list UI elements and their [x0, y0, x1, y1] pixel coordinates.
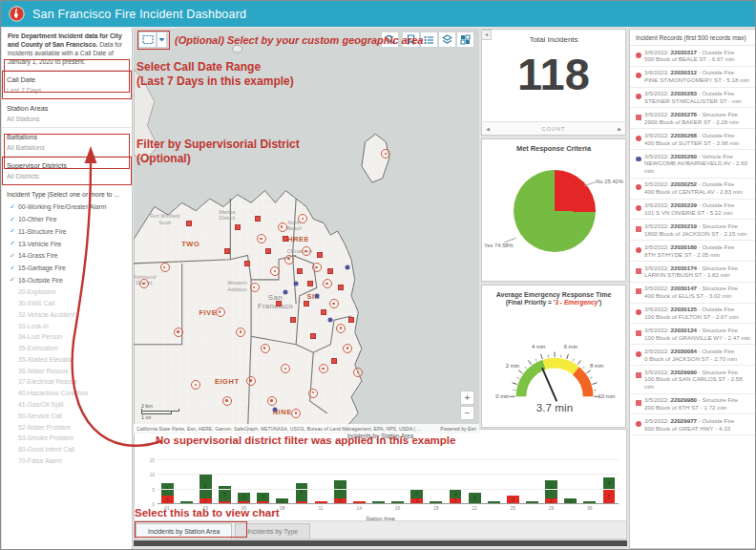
- incident-marker-diamond[interactable]: [294, 282, 299, 286]
- bar-station-9[interactable]: 62: [330, 455, 349, 504]
- incident-marker-ring[interactable]: [257, 234, 266, 243]
- zoom-in-button[interactable]: +: [460, 391, 474, 405]
- incident-marker-diamond[interactable]: [284, 289, 288, 294]
- incident-record-item[interactable]: 3/5/2022: 22030219 - Structure Fire1800 …: [630, 220, 755, 241]
- bar-station-20[interactable]: 62: [542, 455, 561, 504]
- bar-station-15[interactable]: 32: [446, 455, 465, 504]
- incident-record-item[interactable]: 3/5/2022: 22030268 - Outside Fire400 Blo…: [630, 129, 755, 150]
- incident-marker-ring[interactable]: [270, 266, 280, 276]
- incident-type-option[interactable]: 37-Electrical Rescue: [2, 376, 132, 388]
- incident-marker-square[interactable]: [297, 268, 303, 274]
- incident-type-option[interactable]: 20-Explosion: [2, 286, 132, 298]
- incident-record-item[interactable]: 3/5/2022: 22030125 - Outside Fire100 Blo…: [630, 304, 755, 325]
- incident-marker-square[interactable]: [317, 252, 323, 258]
- incident-marker-diamond[interactable]: [273, 407, 278, 412]
- incident-record-item[interactable]: 3/6/2022: 22030312 - Outside FirePINE ST…: [630, 67, 755, 88]
- incident-marker-square[interactable]: [310, 333, 316, 339]
- incident-record-item[interactable]: 3/5/2022: 22030124 - Structure Fire100 B…: [630, 324, 755, 345]
- incident-marker-ring[interactable]: [139, 279, 149, 288]
- incident-record-item[interactable]: 3/5/2022: 22030260 - Vehicle FireNEWCOMB…: [630, 150, 755, 179]
- incident-marker-ring[interactable]: [281, 364, 290, 373]
- met-response-pie-chart[interactable]: [514, 170, 596, 252]
- bar-station-3[interactable]: 5: [215, 455, 234, 504]
- incident-marker-ring[interactable]: [250, 283, 260, 292]
- incident-marker-ring[interactable]: [267, 396, 277, 406]
- incident-marker-ring[interactable]: [222, 396, 232, 406]
- bar-station-13[interactable]: 32: [408, 455, 427, 504]
- incident-type-option[interactable]: ✓15-Garbage Fire: [2, 262, 132, 274]
- incident-marker-ring[interactable]: [298, 214, 307, 223]
- incident-marker-square[interactable]: [224, 248, 230, 254]
- incident-type-option[interactable]: 34-Lost Person: [2, 331, 132, 343]
- bar-station-23[interactable]: 45: [599, 455, 619, 504]
- incident-marker-ring[interactable]: [329, 299, 339, 308]
- incident-marker-ring[interactable]: [353, 368, 363, 377]
- incident-marker-ring[interactable]: [302, 246, 311, 256]
- incident-type-option[interactable]: 40-Hazardous Condition: [2, 388, 132, 399]
- incident-type-option[interactable]: 53-Smoke Problem: [2, 433, 132, 444]
- incident-type-option[interactable]: 30-EMS Call: [2, 298, 132, 309]
- zoom-out-button[interactable]: −: [460, 406, 474, 420]
- incident-record-item[interactable]: 3/5/2022: 22030180 - Outside Fire8TH ST/…: [630, 241, 755, 262]
- incident-marker-square[interactable]: [327, 268, 333, 274]
- incident-record-item[interactable]: 3/5/2022: 22030278 - Structure Fire2900 …: [630, 108, 755, 129]
- incident-marker-ring[interactable]: [308, 389, 318, 398]
- bar-station-11[interactable]: [368, 455, 388, 504]
- bar-station-7[interactable]: 6: [292, 455, 311, 504]
- incident-type-option[interactable]: 36-Water Rescue: [2, 365, 132, 376]
- incident-marker-ring[interactable]: [336, 324, 346, 333]
- filter-station-areas[interactable]: Station AreasAll Stations: [2, 99, 132, 128]
- incident-type-option[interactable]: ✓16-Outside Fire: [2, 274, 132, 286]
- incident-marker-square[interactable]: [338, 285, 344, 290]
- bar-station-14[interactable]: [427, 455, 446, 504]
- incident-marker-ring[interactable]: [191, 380, 200, 390]
- bar-station-1[interactable]: [177, 455, 196, 504]
- incident-marker-ring[interactable]: [160, 263, 170, 272]
- incident-marker-square[interactable]: [321, 309, 326, 315]
- filter-call-date[interactable]: Call DateLast 7 Days: [2, 71, 132, 99]
- incident-type-option[interactable]: ✓14-Grass Fire: [2, 250, 132, 263]
- bar-station-12[interactable]: [388, 455, 408, 504]
- bar-station-5[interactable]: 3: [254, 455, 273, 504]
- incident-type-option[interactable]: 70-False Alarm: [2, 455, 132, 467]
- filter-battalions[interactable]: BattalionsAll Battalions: [2, 128, 132, 157]
- bar-station-16[interactable]: 4: [465, 455, 484, 504]
- prev-arrow-icon[interactable]: ◀: [486, 126, 490, 132]
- select-rectangle-button[interactable]: [138, 32, 157, 48]
- panel-collapse-handle[interactable]: ◂: [481, 30, 492, 40]
- incident-marker-square[interactable]: [276, 301, 282, 307]
- incident-marker-square[interactable]: [283, 236, 288, 242]
- incident-type-option[interactable]: 50-Service Call: [2, 410, 132, 421]
- incident-record-item[interactable]: 3/5/2022: 22030252 - Outside Fire400 Blo…: [630, 179, 755, 200]
- incident-marker-ring[interactable]: [323, 279, 332, 288]
- incident-marker-square[interactable]: [348, 317, 354, 323]
- incident-record-item[interactable]: 3/5/2022: 22030084 - Outside Fire0 Block…: [630, 345, 755, 366]
- basemap-button[interactable]: [456, 32, 474, 48]
- tab-incidents-by-station-area[interactable]: Incidents by Station Area: [136, 523, 232, 539]
- bar-station-17[interactable]: [484, 455, 503, 504]
- incident-type-option[interactable]: 35-Extrication: [2, 343, 132, 354]
- legend-button[interactable]: [420, 32, 438, 48]
- incident-record-item[interactable]: 3/5/2022: 22029980 - Structure Fire200 B…: [630, 394, 755, 415]
- incident-marker-square[interactable]: [307, 281, 313, 286]
- incident-type-option[interactable]: 32-Vehicle Accident: [2, 308, 132, 320]
- incident-marker-ring[interactable]: [284, 255, 294, 264]
- incident-marker-ring[interactable]: [278, 222, 287, 232]
- incident-type-option[interactable]: ✓13-Vehicle Fire: [2, 238, 132, 250]
- incident-marker-square[interactable]: [186, 221, 192, 226]
- bar-station-0[interactable]: 43: [158, 455, 177, 504]
- incident-marker-ring[interactable]: [174, 328, 183, 337]
- bar-station-8[interactable]: [311, 455, 330, 504]
- incident-record-item[interactable]: 3/6/2022: 22030317 - Outside Fire500 Blo…: [630, 46, 755, 67]
- incident-marker-ring[interactable]: [381, 149, 390, 159]
- incident-type-option[interactable]: 60-Good Intent Call: [2, 444, 132, 455]
- layers-button[interactable]: [438, 32, 456, 48]
- bar-station-19[interactable]: [522, 455, 541, 504]
- incident-type-option[interactable]: 35-Stalled Elevator: [2, 354, 132, 366]
- incident-marker-ring[interactable]: [291, 409, 301, 418]
- incident-marker-square[interactable]: [235, 224, 241, 230]
- incident-marker-square[interactable]: [255, 216, 261, 222]
- incident-marker-ring[interactable]: [216, 307, 225, 317]
- bar-station-4[interactable]: 3: [235, 455, 254, 504]
- incident-marker-ring[interactable]: [236, 328, 245, 337]
